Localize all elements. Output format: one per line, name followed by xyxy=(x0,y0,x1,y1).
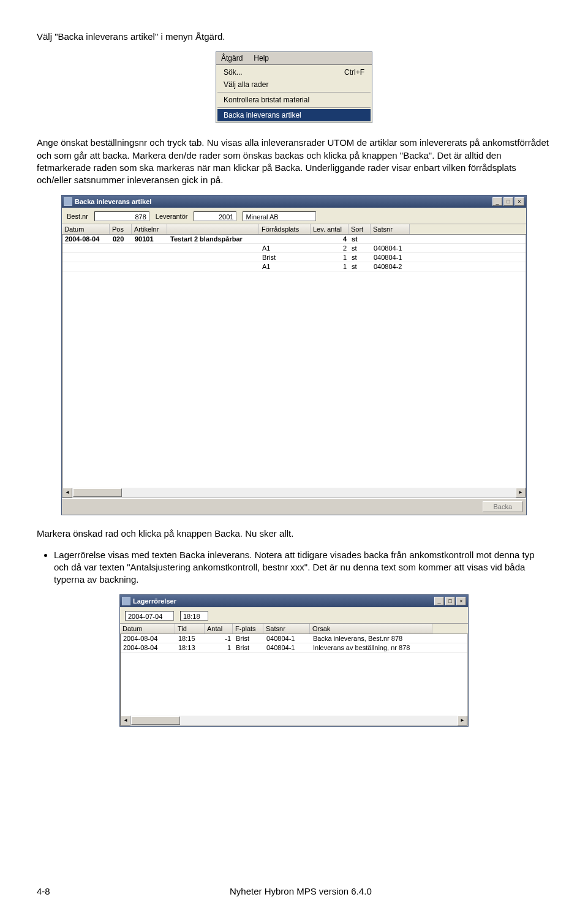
table-row[interactable]: 2004-08-0418:15-1Brist040804-1Backa inle… xyxy=(121,634,467,643)
close-button[interactable]: × xyxy=(456,597,466,605)
cell xyxy=(132,244,168,252)
filter-bar: 2004-07-04 18:18 xyxy=(120,607,468,624)
col-sort[interactable]: Sort xyxy=(349,224,371,234)
cell: 2004-08-04 xyxy=(121,643,176,652)
para-instructions: Ange önskat beställningsnr och tryck tab… xyxy=(37,137,551,186)
cell xyxy=(132,253,168,262)
scroll-right-button[interactable]: ► xyxy=(516,488,526,498)
app-icon xyxy=(122,597,130,605)
cell: -1 xyxy=(205,634,233,643)
window-backa-inleverans: Backa inleverans artikel _ □ × Best.nr 8… xyxy=(61,195,527,515)
cell xyxy=(110,244,132,252)
table-row[interactable]: Brist1st040804-1 xyxy=(62,253,526,262)
menu-item-label: Sök... xyxy=(224,68,243,77)
scrollbar-horizontal[interactable]: ◄ ► xyxy=(62,488,526,498)
cell xyxy=(110,262,132,271)
cell: Brist xyxy=(260,253,311,262)
scrollbar-horizontal[interactable]: ◄ ► xyxy=(121,716,467,725)
menu-item-backa-inleverans[interactable]: Backa inleverans artikel xyxy=(217,109,371,121)
col-satsnr[interactable]: Satsnr xyxy=(263,624,310,634)
menu-item-kontrollera[interactable]: Kontrollera bristat material xyxy=(217,94,371,106)
cell xyxy=(168,253,260,262)
close-button[interactable]: × xyxy=(514,197,524,206)
menu-separator xyxy=(217,107,371,108)
table-body: 2004-08-0418:15-1Brist040804-1Backa inle… xyxy=(120,634,468,726)
date-input[interactable]: 2004-07-04 xyxy=(125,611,174,621)
minimize-button[interactable]: _ xyxy=(434,597,444,605)
col-antal[interactable]: Antal xyxy=(205,624,233,634)
leverantor-name-input[interactable]: Mineral AB xyxy=(243,211,316,221)
cell: Brist xyxy=(233,634,264,643)
titlebar: Backa inleverans artikel _ □ × xyxy=(62,195,526,208)
leverantor-label: Leverantör xyxy=(156,213,188,220)
cell xyxy=(168,262,260,271)
cell: 2004-08-04 xyxy=(62,235,110,243)
table-row[interactable]: A12st040804-1 xyxy=(62,244,526,253)
app-icon xyxy=(64,197,72,206)
col-levantal[interactable]: Lev. antal xyxy=(311,224,349,234)
scroll-thumb[interactable] xyxy=(131,716,180,725)
menu-atgard[interactable]: Åtgärd xyxy=(220,53,244,63)
cell xyxy=(132,262,168,271)
cell: Testart 2 blandspårbar xyxy=(168,235,260,243)
cell: 020 xyxy=(110,235,132,243)
scroll-left-button[interactable]: ◄ xyxy=(121,716,130,725)
window-lagerrorelser: Lagerrörelser _ □ × 2004-07-04 18:18 Dat… xyxy=(119,594,469,727)
scroll-right-button[interactable]: ► xyxy=(458,716,467,725)
maximize-button[interactable]: □ xyxy=(503,197,513,206)
scroll-left-button[interactable]: ◄ xyxy=(62,488,72,498)
col-orsak[interactable]: Orsak xyxy=(310,624,432,634)
table-row[interactable]: 2004-08-0418:131Brist040804-1Inleverans … xyxy=(121,643,467,653)
menu-item-label: Välj alla rader xyxy=(224,80,268,89)
para-markera: Markera önskad rad och klicka på knappen… xyxy=(37,528,551,540)
table-header: Datum Pos Artikelnr Förrådsplats Lev. an… xyxy=(62,224,526,235)
bullet-list: Lagerrörelse visas med texten Backa inle… xyxy=(54,549,551,586)
minimize-button[interactable]: _ xyxy=(492,197,502,206)
filter-bar: Best.nr 878 Leverantör 2001 Mineral AB xyxy=(62,208,526,224)
cell: Brist xyxy=(233,643,264,652)
table-row[interactable]: 2004-08-0402090101Testart 2 blandspårbar… xyxy=(62,235,526,244)
col-satsnr[interactable]: Satsnr xyxy=(371,224,410,234)
dropdown-panel: Sök... Ctrl+F Välj alla rader Kontroller… xyxy=(216,65,372,123)
time-input[interactable]: 18:18 xyxy=(180,611,208,621)
col-pos[interactable]: Pos xyxy=(110,224,132,234)
col-desc[interactable] xyxy=(167,224,259,234)
col-datum[interactable]: Datum xyxy=(62,224,110,234)
table-row[interactable]: A11st040804-2 xyxy=(62,262,526,271)
col-forradsplats[interactable]: Förrådsplats xyxy=(259,224,311,234)
col-artikelnr[interactable]: Artikelnr xyxy=(132,224,167,234)
cell: 2 xyxy=(311,244,349,252)
menu-item-sok[interactable]: Sök... Ctrl+F xyxy=(217,66,371,78)
cell: 90101 xyxy=(132,235,168,243)
col-fplats[interactable]: F-plats xyxy=(233,624,263,634)
cell: st xyxy=(349,244,371,252)
cell: 2004-08-04 xyxy=(121,634,176,643)
col-datum[interactable]: Datum xyxy=(120,624,175,634)
cell xyxy=(62,244,110,252)
titlebar: Lagerrörelser _ □ × xyxy=(120,595,468,607)
backa-button[interactable]: Backa xyxy=(483,501,522,512)
maximize-button[interactable]: □ xyxy=(445,597,455,605)
cell: Inleverans av beställning, nr 878 xyxy=(311,643,433,652)
menu-item-valj-alla[interactable]: Välj alla rader xyxy=(217,78,371,91)
bestnr-label: Best.nr xyxy=(67,213,88,220)
cell xyxy=(62,253,110,262)
scroll-thumb[interactable] xyxy=(73,488,122,497)
cell: 040804-1 xyxy=(371,244,410,252)
menu-item-shortcut: Ctrl+F xyxy=(344,68,364,77)
cell: 18:13 xyxy=(176,643,205,652)
scroll-track[interactable] xyxy=(130,716,458,725)
footer-title: Nyheter Hybron MPS version 6.4.0 xyxy=(230,886,372,896)
leverantor-code-input[interactable]: 2001 xyxy=(194,211,236,221)
cell: st xyxy=(349,253,371,262)
cell: 1 xyxy=(311,262,349,271)
col-tid[interactable]: Tid xyxy=(175,624,205,634)
bestnr-input[interactable]: 878 xyxy=(94,211,149,221)
button-bar: Backa xyxy=(62,498,526,515)
cell: 040804-1 xyxy=(264,634,311,643)
menu-help[interactable]: Help xyxy=(252,53,270,63)
window-title: Backa inleverans artikel xyxy=(75,198,491,205)
cell: 18:15 xyxy=(176,634,205,643)
cell xyxy=(260,235,311,243)
scroll-track[interactable] xyxy=(72,488,516,498)
